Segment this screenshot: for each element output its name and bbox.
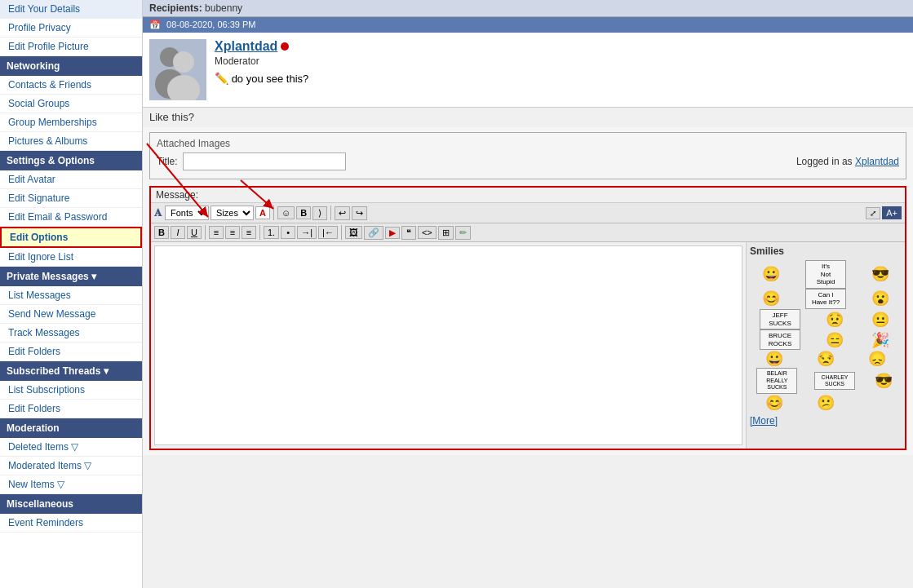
smiley-1[interactable]: 😀 xyxy=(760,265,782,283)
separator5 xyxy=(341,225,342,240)
attached-label: Attached Images xyxy=(157,138,899,149)
sidebar-item-edit-signature[interactable]: Edit Signature xyxy=(0,189,142,208)
smiley-badge-brucerocks[interactable]: BRUCEROCKS xyxy=(760,329,800,350)
sidebar-item-list-subscriptions[interactable]: List Subscriptions xyxy=(0,381,142,400)
message-editor: Message: 𝐀 Fonts Sizes A ☺ B ⟩ ↩ ↪ ⤢ xyxy=(149,186,906,450)
separator1 xyxy=(273,206,274,220)
message-label: Message: xyxy=(151,188,905,203)
logged-in-text: Logged in as Xplantdad xyxy=(796,156,899,167)
smiley-badge-notstupid[interactable]: It'sNotStupid xyxy=(805,260,846,289)
sidebar-header-moderation: Moderation xyxy=(0,418,142,438)
smiley-12[interactable]: 😎 xyxy=(872,372,895,390)
smiley-8[interactable]: 🎉 xyxy=(869,331,892,349)
sidebar-item-edit-folders[interactable]: Edit Folders xyxy=(0,343,142,361)
sidebar-header-subscribed-threads[interactable]: Subscribed Threads ▾ xyxy=(0,361,142,381)
smiley-11[interactable]: 😞 xyxy=(866,350,889,368)
recipients-value: bubenny xyxy=(205,2,242,14)
link-button[interactable]: 🔗 xyxy=(364,226,383,240)
underline-button[interactable]: U xyxy=(187,226,202,239)
sidebar-item-contacts-friends[interactable]: Contacts & Friends xyxy=(0,76,142,95)
smiley-13[interactable]: 😊 xyxy=(763,394,786,412)
sidebar-item-group-memberships[interactable]: Group Memberships xyxy=(0,113,142,132)
svg-point-3 xyxy=(173,51,194,73)
separator2 xyxy=(330,206,331,220)
special-button2[interactable]: ⟩ xyxy=(312,206,327,220)
sidebar: Edit Your Details Profile Privacy Edit P… xyxy=(0,0,143,588)
sidebar-item-edit-profile-picture[interactable]: Edit Profile Picture xyxy=(0,38,142,56)
align-center-button[interactable]: ≡ xyxy=(225,226,240,239)
message-textarea[interactable] xyxy=(154,245,742,445)
quote-button[interactable]: ❝ xyxy=(401,226,416,240)
align-left-button[interactable]: ≡ xyxy=(209,226,224,239)
sidebar-item-edit-email-password[interactable]: Edit Email & Password xyxy=(0,208,142,227)
sidebar-item-new-items[interactable]: New Items ▽ xyxy=(0,475,142,494)
code-button[interactable]: <> xyxy=(418,226,437,239)
smiley-3[interactable]: 😊 xyxy=(760,290,782,307)
redo-button[interactable]: ↪ xyxy=(352,206,367,220)
image-button[interactable]: 🖼 xyxy=(345,226,362,239)
sidebar-item-event-reminders[interactable]: Event Reminders xyxy=(0,514,142,533)
sidebar-item-send-new-message[interactable]: Send New Message xyxy=(0,305,142,324)
bold-button[interactable]: B xyxy=(154,226,169,239)
smiley-4[interactable]: 😮 xyxy=(869,290,892,307)
smiley-badge-jeffsucks[interactable]: JEFFSUCKS xyxy=(760,309,800,329)
recipients-label: Recipients: xyxy=(149,2,202,14)
outdent-button[interactable]: |← xyxy=(318,226,338,239)
separator4 xyxy=(259,225,260,240)
smiley-6[interactable]: 😐 xyxy=(869,311,892,329)
sidebar-header-private-messages[interactable]: Private Messages ▾ xyxy=(0,267,142,286)
font-selector[interactable]: Fonts xyxy=(165,206,209,220)
font-icon: 𝐀 xyxy=(154,206,162,219)
editor-toolbar-row2: B I U ≡ ≡ ≡ 1. • →| |← 🖼 🔗 ▶ ❝ <> ⊞ ✏ xyxy=(151,223,905,242)
eraser-button[interactable]: ✏ xyxy=(455,226,471,240)
size-selector[interactable]: Sizes xyxy=(211,206,254,220)
title-input[interactable] xyxy=(183,153,346,170)
sidebar-item-edit-ignore-list[interactable]: Edit Ignore List xyxy=(0,248,142,267)
sidebar-item-edit-your-details[interactable]: Edit Your Details xyxy=(0,0,142,19)
sidebar-item-track-messages[interactable]: Track Messages xyxy=(0,324,142,343)
smilies-row-4: BRUCEROCKS 😑 🎉 xyxy=(750,329,902,350)
sidebar-item-moderated-items[interactable]: Moderated Items ▽ xyxy=(0,457,142,475)
smiley-2[interactable]: 😎 xyxy=(869,265,892,283)
title-label: Title: xyxy=(157,156,178,167)
smiley-5[interactable]: 😟 xyxy=(823,311,846,329)
table-button[interactable]: ⊞ xyxy=(438,226,454,240)
youtube-button[interactable]: ▶ xyxy=(385,227,400,239)
sidebar-item-list-messages[interactable]: List Messages xyxy=(0,286,142,305)
undo-button[interactable]: ↩ xyxy=(335,206,350,220)
font-size-up-button[interactable]: A+ xyxy=(882,206,902,219)
unordered-list-button[interactable]: • xyxy=(281,226,295,239)
smiley-7[interactable]: 😑 xyxy=(823,331,846,349)
sidebar-item-edit-options[interactable]: Edit Options xyxy=(0,227,142,248)
indent-button[interactable]: →| xyxy=(297,226,317,239)
smiley-badge-canihave[interactable]: Can IHave It?? xyxy=(805,289,846,309)
smilies-more-link[interactable]: [More] xyxy=(750,415,902,427)
sidebar-item-pictures-albums[interactable]: Pictures & Albums xyxy=(0,132,142,151)
smiley-10[interactable]: 😒 xyxy=(814,350,837,368)
ordered-list-button[interactable]: 1. xyxy=(264,226,279,239)
align-right-button[interactable]: ≡ xyxy=(242,226,256,239)
sidebar-item-edit-folders-sub[interactable]: Edit Folders xyxy=(0,400,142,418)
italic-button[interactable]: I xyxy=(171,226,185,239)
smiley-14[interactable]: 😕 xyxy=(814,394,837,412)
post-area: Xplantdad Moderator ✏️ do you see this? xyxy=(143,33,913,108)
sidebar-item-edit-avatar[interactable]: Edit Avatar xyxy=(0,170,142,189)
smiley-badge-belairsucks[interactable]: BELAIRREALLYSUCKS xyxy=(756,368,797,393)
sidebar-header-settings: Settings & Options xyxy=(0,151,142,170)
editor-toolbar-row1: 𝐀 Fonts Sizes A ☺ B ⟩ ↩ ↪ ⤢ A+ xyxy=(151,203,905,223)
smiley-button[interactable]: ☺ xyxy=(277,206,295,219)
username[interactable]: Xplantdad xyxy=(215,39,277,54)
font-color-button[interactable]: A xyxy=(255,206,270,219)
message-datetime-bar: 📅 08-08-2020, 06:39 PM xyxy=(143,17,913,33)
sidebar-item-deleted-items[interactable]: Deleted Items ▽ xyxy=(0,438,142,457)
smiley-9[interactable]: 😀 xyxy=(763,350,786,368)
smiley-badge-charleysucks[interactable]: CHARLEYSUCKS xyxy=(814,372,855,391)
avatar xyxy=(149,39,206,100)
logged-in-user-link[interactable]: Xplantdad xyxy=(855,156,899,167)
bold-special-button[interactable]: B xyxy=(296,206,311,219)
sidebar-item-profile-privacy[interactable]: Profile Privacy xyxy=(0,19,142,38)
expand-button[interactable]: ⤢ xyxy=(866,207,880,219)
sidebar-item-social-groups[interactable]: Social Groups xyxy=(0,95,142,113)
sidebar-header-networking: Networking xyxy=(0,56,142,76)
online-indicator xyxy=(281,42,289,51)
